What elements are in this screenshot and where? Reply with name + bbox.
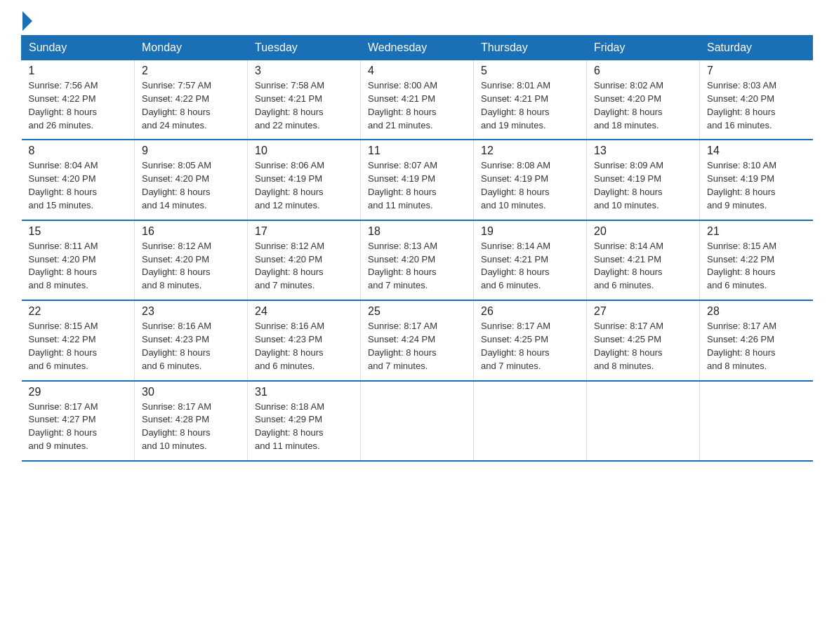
day-number: 9 xyxy=(142,145,240,157)
calendar-cell: 8 Sunrise: 8:04 AMSunset: 4:20 PMDayligh… xyxy=(22,140,135,220)
day-number: 8 xyxy=(29,145,128,157)
day-number: 10 xyxy=(255,145,353,157)
day-number: 25 xyxy=(368,305,466,318)
day-info: Sunrise: 8:13 AMSunset: 4:20 PMDaylight:… xyxy=(368,240,466,293)
calendar-cell xyxy=(361,381,474,461)
day-info: Sunrise: 8:17 AMSunset: 4:27 PMDaylight:… xyxy=(29,401,128,453)
day-info: Sunrise: 8:03 AMSunset: 4:20 PMDaylight:… xyxy=(707,79,806,132)
day-info: Sunrise: 8:09 AMSunset: 4:19 PMDaylight:… xyxy=(594,159,692,212)
day-info: Sunrise: 7:56 AMSunset: 4:22 PMDaylight:… xyxy=(29,79,128,132)
day-number: 24 xyxy=(255,305,353,318)
day-info: Sunrise: 8:18 AMSunset: 4:29 PMDaylight:… xyxy=(255,401,353,453)
weekday-header-saturday: Saturday xyxy=(700,36,813,60)
day-number: 6 xyxy=(594,65,692,77)
day-number: 1 xyxy=(29,65,128,77)
day-number: 15 xyxy=(29,225,128,238)
calendar-cell: 12 Sunrise: 8:08 AMSunset: 4:19 PMDaylig… xyxy=(474,140,587,220)
calendar-cell: 19 Sunrise: 8:14 AMSunset: 4:21 PMDaylig… xyxy=(474,220,587,300)
day-number: 16 xyxy=(142,225,240,238)
day-info: Sunrise: 8:15 AMSunset: 4:22 PMDaylight:… xyxy=(29,320,128,373)
day-number: 22 xyxy=(29,305,128,318)
calendar-cell: 20 Sunrise: 8:14 AMSunset: 4:21 PMDaylig… xyxy=(587,220,700,300)
day-number: 17 xyxy=(255,225,353,238)
day-number: 12 xyxy=(481,145,579,157)
calendar-cell: 1 Sunrise: 7:56 AMSunset: 4:22 PMDayligh… xyxy=(22,60,135,140)
day-info: Sunrise: 8:16 AMSunset: 4:23 PMDaylight:… xyxy=(142,320,240,373)
logo-arrow-icon xyxy=(22,11,32,31)
day-info: Sunrise: 8:14 AMSunset: 4:21 PMDaylight:… xyxy=(594,240,692,293)
calendar-cell: 16 Sunrise: 8:12 AMSunset: 4:20 PMDaylig… xyxy=(135,220,248,300)
calendar-cell: 7 Sunrise: 8:03 AMSunset: 4:20 PMDayligh… xyxy=(700,60,813,140)
day-number: 30 xyxy=(142,386,240,398)
day-number: 7 xyxy=(707,65,806,77)
day-info: Sunrise: 7:58 AMSunset: 4:21 PMDaylight:… xyxy=(255,79,353,132)
calendar-cell: 21 Sunrise: 8:15 AMSunset: 4:22 PMDaylig… xyxy=(700,220,813,300)
calendar-cell: 4 Sunrise: 8:00 AMSunset: 4:21 PMDayligh… xyxy=(361,60,474,140)
weekday-header-tuesday: Tuesday xyxy=(248,36,361,60)
day-number: 27 xyxy=(594,305,692,318)
calendar-week-row: 8 Sunrise: 8:04 AMSunset: 4:20 PMDayligh… xyxy=(22,140,813,220)
day-number: 23 xyxy=(142,305,240,318)
calendar-cell xyxy=(700,381,813,461)
day-info: Sunrise: 8:01 AMSunset: 4:21 PMDaylight:… xyxy=(481,79,579,132)
calendar-week-row: 15 Sunrise: 8:11 AMSunset: 4:20 PMDaylig… xyxy=(22,220,813,300)
calendar-cell: 15 Sunrise: 8:11 AMSunset: 4:20 PMDaylig… xyxy=(22,220,135,300)
calendar-week-row: 22 Sunrise: 8:15 AMSunset: 4:22 PMDaylig… xyxy=(22,300,813,380)
day-info: Sunrise: 8:06 AMSunset: 4:19 PMDaylight:… xyxy=(255,159,353,212)
weekday-header-friday: Friday xyxy=(587,36,700,60)
day-number: 19 xyxy=(481,225,579,238)
day-info: Sunrise: 8:17 AMSunset: 4:24 PMDaylight:… xyxy=(368,320,466,373)
calendar-cell: 26 Sunrise: 8:17 AMSunset: 4:25 PMDaylig… xyxy=(474,300,587,380)
calendar-cell: 3 Sunrise: 7:58 AMSunset: 4:21 PMDayligh… xyxy=(248,60,361,140)
day-number: 3 xyxy=(255,65,353,77)
calendar-cell: 10 Sunrise: 8:06 AMSunset: 4:19 PMDaylig… xyxy=(248,140,361,220)
day-number: 13 xyxy=(594,145,692,157)
day-info: Sunrise: 8:04 AMSunset: 4:20 PMDaylight:… xyxy=(29,159,128,212)
weekday-header-thursday: Thursday xyxy=(474,36,587,60)
calendar-week-row: 29 Sunrise: 8:17 AMSunset: 4:27 PMDaylig… xyxy=(22,381,813,461)
logo xyxy=(21,14,32,28)
day-info: Sunrise: 8:17 AMSunset: 4:28 PMDaylight:… xyxy=(142,401,240,453)
calendar-cell xyxy=(587,381,700,461)
calendar-cell xyxy=(474,381,587,461)
weekday-header-sunday: Sunday xyxy=(22,36,135,60)
day-info: Sunrise: 8:00 AMSunset: 4:21 PMDaylight:… xyxy=(368,79,466,132)
calendar-week-row: 1 Sunrise: 7:56 AMSunset: 4:22 PMDayligh… xyxy=(22,60,813,140)
calendar-cell: 11 Sunrise: 8:07 AMSunset: 4:19 PMDaylig… xyxy=(361,140,474,220)
day-info: Sunrise: 8:15 AMSunset: 4:22 PMDaylight:… xyxy=(707,240,806,293)
day-number: 4 xyxy=(368,65,466,77)
calendar-cell: 6 Sunrise: 8:02 AMSunset: 4:20 PMDayligh… xyxy=(587,60,700,140)
day-info: Sunrise: 8:11 AMSunset: 4:20 PMDaylight:… xyxy=(29,240,128,293)
calendar-cell: 30 Sunrise: 8:17 AMSunset: 4:28 PMDaylig… xyxy=(135,381,248,461)
day-info: Sunrise: 8:14 AMSunset: 4:21 PMDaylight:… xyxy=(481,240,579,293)
day-info: Sunrise: 8:17 AMSunset: 4:25 PMDaylight:… xyxy=(594,320,692,373)
calendar-cell: 14 Sunrise: 8:10 AMSunset: 4:19 PMDaylig… xyxy=(700,140,813,220)
day-info: Sunrise: 8:16 AMSunset: 4:23 PMDaylight:… xyxy=(255,320,353,373)
calendar-cell: 25 Sunrise: 8:17 AMSunset: 4:24 PMDaylig… xyxy=(361,300,474,380)
day-info: Sunrise: 7:57 AMSunset: 4:22 PMDaylight:… xyxy=(142,79,240,132)
day-info: Sunrise: 8:17 AMSunset: 4:25 PMDaylight:… xyxy=(481,320,579,373)
day-number: 2 xyxy=(142,65,240,77)
calendar-cell: 17 Sunrise: 8:12 AMSunset: 4:20 PMDaylig… xyxy=(248,220,361,300)
day-number: 11 xyxy=(368,145,466,157)
weekday-header-wednesday: Wednesday xyxy=(361,36,474,60)
calendar-cell: 23 Sunrise: 8:16 AMSunset: 4:23 PMDaylig… xyxy=(135,300,248,380)
day-number: 28 xyxy=(707,305,806,318)
day-info: Sunrise: 8:12 AMSunset: 4:20 PMDaylight:… xyxy=(142,240,240,293)
day-number: 14 xyxy=(707,145,806,157)
day-number: 20 xyxy=(594,225,692,238)
day-info: Sunrise: 8:08 AMSunset: 4:19 PMDaylight:… xyxy=(481,159,579,212)
calendar-cell: 29 Sunrise: 8:17 AMSunset: 4:27 PMDaylig… xyxy=(22,381,135,461)
day-number: 21 xyxy=(707,225,806,238)
weekday-header-row: SundayMondayTuesdayWednesdayThursdayFrid… xyxy=(22,36,813,60)
day-number: 29 xyxy=(29,386,128,398)
weekday-header-monday: Monday xyxy=(135,36,248,60)
calendar-cell: 28 Sunrise: 8:17 AMSunset: 4:26 PMDaylig… xyxy=(700,300,813,380)
calendar-table: SundayMondayTuesdayWednesdayThursdayFrid… xyxy=(21,35,813,462)
calendar-cell: 13 Sunrise: 8:09 AMSunset: 4:19 PMDaylig… xyxy=(587,140,700,220)
calendar-cell: 18 Sunrise: 8:13 AMSunset: 4:20 PMDaylig… xyxy=(361,220,474,300)
day-info: Sunrise: 8:17 AMSunset: 4:26 PMDaylight:… xyxy=(707,320,806,373)
day-info: Sunrise: 8:10 AMSunset: 4:19 PMDaylight:… xyxy=(707,159,806,212)
calendar-cell: 27 Sunrise: 8:17 AMSunset: 4:25 PMDaylig… xyxy=(587,300,700,380)
day-info: Sunrise: 8:12 AMSunset: 4:20 PMDaylight:… xyxy=(255,240,353,293)
